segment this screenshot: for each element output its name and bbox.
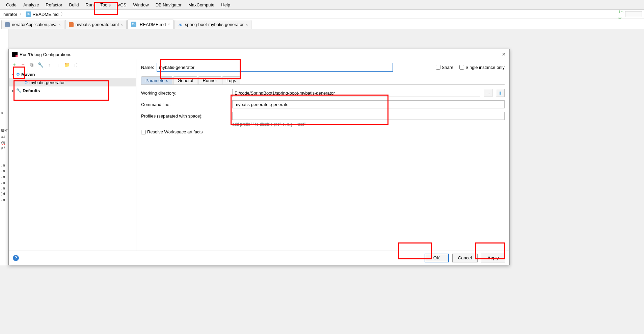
menu-refactor[interactable]: Refactor bbox=[42, 1, 65, 9]
profiles-label: Profiles (separated with space): bbox=[141, 113, 229, 119]
config-tabs: Parameters General Runner Logs bbox=[141, 76, 505, 85]
profiles-input[interactable] bbox=[232, 112, 505, 120]
menu-maxcompute[interactable]: MaxCompute bbox=[185, 1, 218, 9]
resolve-workspace-label: Resolve Workspace artifacts bbox=[147, 129, 203, 134]
chevron-right-icon: 〉 bbox=[19, 11, 24, 17]
working-directory-label: Working directory: bbox=[141, 91, 229, 96]
remove-icon[interactable]: − bbox=[20, 62, 26, 68]
maven-m-icon: m bbox=[178, 22, 183, 27]
gutter-text: .n bbox=[0, 168, 8, 174]
breadcrumb-bar: nerator 〉 M↓ README.md 〉 ↓0110 bbox=[0, 9, 644, 19]
gutter-text: ai bbox=[0, 145, 8, 151]
menu-help[interactable]: Help bbox=[218, 1, 234, 9]
menu-analyze[interactable]: Analyze bbox=[20, 1, 42, 9]
folder-icon: ▮ bbox=[499, 91, 502, 95]
menu-db-navigator[interactable]: DB Navigator bbox=[152, 1, 185, 9]
single-instance-checkbox[interactable]: Single instance only bbox=[459, 65, 505, 70]
gutter-text: .n bbox=[0, 180, 8, 185]
name-label: Name: bbox=[141, 65, 154, 70]
tree-label: Maven bbox=[21, 72, 35, 77]
tab-application-java[interactable]: neratorApplication.java × bbox=[1, 20, 64, 29]
tree-node-maven[interactable]: ▾ ⚙ Maven bbox=[9, 70, 136, 78]
tree-node-mybatis-generator[interactable]: ⚙ mybatis-generator bbox=[9, 78, 136, 86]
name-row: Name: Share Single instance only bbox=[141, 63, 505, 72]
breadcrumb: nerator 〉 M↓ README.md 〉 bbox=[2, 11, 66, 17]
toolbar-right: ↓0110 bbox=[618, 9, 642, 20]
tab-spring-boot-mybatis[interactable]: m spring-boot-mybatis-generator × bbox=[175, 20, 252, 29]
ok-button[interactable]: OK bbox=[425, 254, 449, 262]
browse-button[interactable]: ... bbox=[484, 89, 492, 97]
copy-icon[interactable]: ⧉ bbox=[29, 62, 34, 68]
profiles-row: Profiles (separated with space): bbox=[141, 112, 505, 120]
tab-runner[interactable]: Runner bbox=[198, 76, 221, 84]
menu-code[interactable]: Code bbox=[3, 1, 20, 9]
working-directory-input[interactable] bbox=[232, 89, 480, 97]
tab-readme-md[interactable]: M↓ README.md × bbox=[127, 20, 174, 29]
breadcrumb-file-label: README.md bbox=[32, 12, 58, 17]
config-tree-pane: ＋ − ⧉ 🔧 ↑ ↓ 📁 ↓az ▾ ⚙ Maven ⚙ mybatis-ge… bbox=[9, 59, 136, 251]
name-input[interactable] bbox=[157, 63, 393, 72]
gutter-text: ai bbox=[0, 134, 8, 139]
menu-window[interactable]: Window bbox=[130, 1, 152, 9]
single-instance-checkbox-input[interactable] bbox=[459, 65, 464, 70]
xml-icon bbox=[69, 22, 74, 27]
apply-button[interactable]: Apply bbox=[481, 254, 505, 262]
edit-defaults-icon[interactable]: 🔧 bbox=[38, 62, 43, 68]
tab-mybatis-xml[interactable]: mybatis-generator.xml × bbox=[65, 20, 127, 29]
working-directory-row: Working directory: ... ▮ bbox=[141, 89, 505, 97]
gear-icon: ⚙ bbox=[16, 72, 20, 77]
sort-icon[interactable]: ↓az bbox=[73, 62, 78, 68]
config-tree: ▾ ⚙ Maven ⚙ mybatis-generator ▸ 🔧 Defaul… bbox=[9, 70, 136, 251]
chevron-right-icon: ▸ bbox=[11, 89, 15, 93]
run-debug-dialog: Run/Debug Configurations ✕ ＋ − ⧉ 🔧 ↑ ↓ 📁… bbox=[8, 49, 510, 265]
close-icon[interactable]: × bbox=[58, 23, 60, 27]
command-line-input[interactable] bbox=[232, 100, 505, 108]
breadcrumb-root[interactable]: nerator bbox=[2, 12, 19, 17]
close-icon[interactable]: × bbox=[168, 22, 170, 26]
close-icon[interactable]: × bbox=[246, 23, 248, 27]
cancel-button[interactable]: Cancel bbox=[452, 254, 478, 262]
toolbar-button[interactable] bbox=[625, 11, 642, 17]
tree-node-defaults[interactable]: ▸ 🔧 Defaults bbox=[9, 86, 136, 95]
tab-logs[interactable]: Logs bbox=[222, 76, 240, 84]
resolve-workspace-checkbox[interactable]: Resolve Workspace artifacts bbox=[141, 129, 203, 134]
tab-general[interactable]: General bbox=[173, 76, 197, 84]
parameters-form: Working directory: ... ▮ Command line: P… bbox=[141, 85, 505, 138]
tab-label: neratorApplication.java bbox=[12, 22, 56, 27]
intellij-icon bbox=[12, 52, 18, 57]
gutter-text: .n bbox=[0, 174, 8, 180]
folder-icon[interactable]: 📁 bbox=[64, 62, 70, 68]
menu-run[interactable]: Run bbox=[82, 1, 97, 9]
menu-tools[interactable]: Tools bbox=[97, 1, 114, 9]
close-icon[interactable]: ✕ bbox=[502, 52, 506, 57]
help-icon[interactable]: ? bbox=[13, 255, 19, 261]
menu-vcs[interactable]: VCS bbox=[114, 1, 130, 9]
gutter-text: .n bbox=[0, 197, 8, 203]
left-gutter: < 属性 ai ve ai .n .n .n .n .n ]d .n bbox=[0, 29, 8, 265]
menu-build[interactable]: Build bbox=[66, 1, 82, 9]
insert-macro-button[interactable]: ▮ bbox=[496, 89, 505, 97]
add-icon[interactable]: ＋ bbox=[11, 62, 17, 68]
gutter-text: < bbox=[0, 110, 8, 116]
gutter-text: ]d bbox=[0, 191, 8, 197]
close-icon[interactable]: × bbox=[121, 23, 123, 27]
resolve-workspace-checkbox-input[interactable] bbox=[141, 130, 146, 134]
tab-label: spring-boot-mybatis-generator bbox=[185, 22, 244, 27]
tree-label: mybatis-generator bbox=[29, 80, 65, 85]
share-checkbox[interactable]: Share bbox=[436, 65, 454, 70]
share-checkbox-input[interactable] bbox=[436, 65, 440, 70]
download-icon[interactable]: ↓0110 bbox=[618, 9, 624, 20]
tab-parameters[interactable]: Parameters bbox=[141, 76, 172, 84]
tree-label: Defaults bbox=[23, 88, 40, 93]
chevron-right-icon: 〉 bbox=[61, 11, 65, 17]
markdown-icon: M↓ bbox=[131, 22, 136, 27]
tree-toolbar: ＋ − ⧉ 🔧 ↑ ↓ 📁 ↓az bbox=[9, 59, 136, 70]
command-line-row: Command line: bbox=[141, 100, 505, 108]
breadcrumb-file[interactable]: M↓ README.md bbox=[24, 11, 60, 17]
config-form-pane: Name: Share Single instance only Paramet… bbox=[136, 59, 509, 251]
markdown-icon: M↓ bbox=[26, 11, 31, 17]
gutter-text: .n bbox=[0, 185, 8, 191]
move-down-icon[interactable]: ↓ bbox=[55, 62, 61, 68]
move-up-icon[interactable]: ↑ bbox=[47, 62, 52, 68]
gutter-text: ve bbox=[0, 139, 8, 145]
